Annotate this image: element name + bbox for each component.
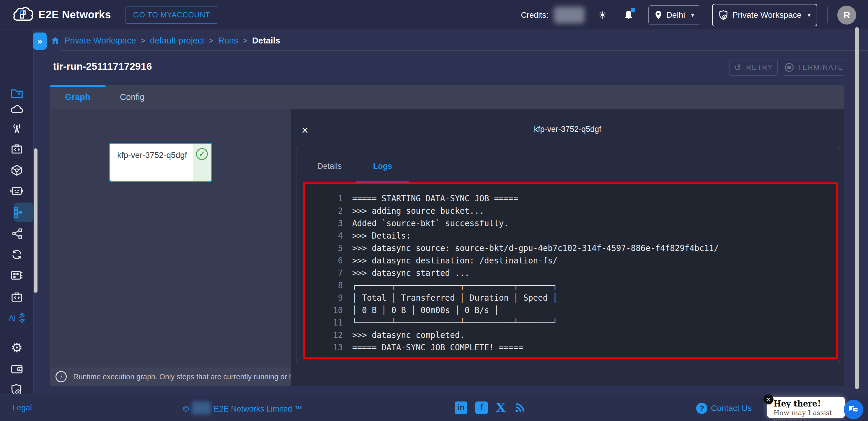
footer: Legal © E2E Networks Limited ™ in f X ? … <box>0 394 868 421</box>
stop-icon <box>785 63 794 72</box>
breadcrumb-underline <box>61 50 868 51</box>
credits-label: Credits: <box>521 11 549 20</box>
sidebar-item-sync[interactable] <box>0 246 34 263</box>
terminate-button[interactable]: TERMINATE <box>783 59 845 76</box>
sidebar-item-compute[interactable] <box>0 101 34 118</box>
avatar[interactable]: R <box>837 6 856 25</box>
x-icon[interactable]: X <box>496 400 506 415</box>
wallet-icon <box>10 363 23 374</box>
sidebar-item-genai[interactable]: AI <box>0 310 34 326</box>
pipeline-icon <box>11 206 23 219</box>
tab-details[interactable]: Details <box>303 158 356 174</box>
log-line: 11 └───────┴─────────────┴──────────┴───… <box>305 316 836 329</box>
log-line: 8 ┌───────┬─────────────┬──────────┬────… <box>305 279 836 291</box>
log-line-number: 6 <box>305 254 343 267</box>
theme-toggle-button[interactable]: ☀ <box>595 7 611 23</box>
sidebar-expand-button[interactable]: » <box>33 32 46 50</box>
log-line: 4 >>> Details: <box>305 229 836 242</box>
workspace-value: Private Workspace <box>732 10 801 20</box>
log-line-text: │ Total │ Transferred │ Duration │ Speed… <box>352 291 557 304</box>
log-line: 3 Added `source-bkt` successfully. <box>305 217 836 229</box>
chat-launcher-button[interactable] <box>844 400 863 419</box>
brand[interactable]: E2E Networks <box>12 6 111 24</box>
copyright: © E2E Networks Limited ™ <box>183 403 302 415</box>
tab-graph[interactable]: Graph <box>50 85 106 109</box>
cloud-icon <box>10 105 24 114</box>
check-circle-icon: ✓ <box>196 148 208 160</box>
graph-node[interactable]: kfp-ver-3752-q5dgf ✓ <box>109 143 212 182</box>
region-value: Delhi <box>666 10 685 20</box>
sidebar-item-pipelines-active[interactable] <box>0 204 34 221</box>
copyright-year-redacted <box>192 401 211 415</box>
log-line-number: 10 <box>305 304 343 316</box>
log-line-text: └───────┴─────────────┴──────────┴──────… <box>352 316 557 329</box>
log-line: 2 >>> adding source bucket... <box>305 204 836 217</box>
share-icon <box>11 228 23 240</box>
graph-node-status: ✓ <box>193 144 211 180</box>
log-line-text: ┌───────┬─────────────┬──────────┬──────… <box>352 279 557 291</box>
sidebar-item-notebooks[interactable] <box>0 140 34 157</box>
log-line: 5 >>> datasync source: source-bkt/d-gpu-… <box>305 242 836 254</box>
sidebar-item-billing[interactable] <box>0 361 34 377</box>
package-icon <box>11 164 23 176</box>
rss-icon[interactable] <box>514 402 526 414</box>
notifications-button[interactable] <box>621 7 637 23</box>
breadcrumb-workspace[interactable]: Private Workspace <box>64 36 136 46</box>
sidebar-item-containers[interactable] <box>0 162 34 178</box>
breadcrumb-current: Details <box>252 36 280 46</box>
chat-title: Hey there! <box>774 399 845 408</box>
breadcrumb-separator: > <box>209 36 213 45</box>
log-line-text: Added `source-bkt` successfully. <box>352 217 509 229</box>
location-pin-icon <box>655 10 662 20</box>
header-right: Credits: ☀ <box>521 0 868 30</box>
breadcrumb-row: » Private Workspace > default-project > … <box>34 30 868 51</box>
facebook-icon[interactable]: f <box>475 401 488 414</box>
log-line-number: 5 <box>305 242 343 254</box>
sidebar-scrollbar[interactable] <box>34 148 37 293</box>
legal-link[interactable]: Legal <box>12 403 32 413</box>
workspace-selector[interactable]: Private Workspace ▾ <box>712 4 817 26</box>
page-scrollbar[interactable] <box>855 27 859 389</box>
left-sidebar: AI ⚙ <box>0 30 34 394</box>
home-icon[interactable] <box>51 36 60 45</box>
run-tabbar: Graph Config <box>50 85 844 109</box>
breadcrumb-project[interactable]: default-project <box>150 36 204 46</box>
sidebar-item-gpu[interactable] <box>0 267 34 283</box>
copyright-symbol: © <box>183 404 189 414</box>
memory-icon <box>10 269 23 281</box>
tab-logs[interactable]: Logs <box>356 158 409 174</box>
tab-config[interactable]: Config <box>106 85 159 109</box>
brand-name: E2E Networks <box>38 8 111 21</box>
breadcrumb-runs[interactable]: Runs <box>218 36 238 46</box>
linkedin-icon[interactable]: in <box>455 401 467 414</box>
sidebar-item-finetuning[interactable] <box>0 183 34 199</box>
log-line-number: 8 <box>305 279 343 291</box>
sidebar-item-code[interactable] <box>0 288 34 305</box>
sidebar-item-settings[interactable]: ⚙ <box>0 339 34 356</box>
retry-label: RETRY <box>746 63 773 72</box>
log-line-number: 3 <box>305 217 343 229</box>
chat-teaser-bubble[interactable]: Hey there! How may I assist you today? <box>767 397 845 418</box>
sidebar-item-projects[interactable] <box>0 85 34 102</box>
robot-icon <box>10 186 24 197</box>
code-clipboard-icon <box>11 143 23 154</box>
breadcrumb: Private Workspace > default-project > Ru… <box>51 30 280 51</box>
app-root: E2E Networks GO TO MYACCOUNT Credits: ☀ <box>0 0 868 421</box>
copyright-text: E2E Networks Limited ™ <box>214 404 302 414</box>
sidebar-item-inference[interactable] <box>0 120 34 137</box>
region-selector[interactable]: Delhi ▾ <box>648 5 701 25</box>
log-line-text: ===== DATA-SYNC JOB COMPLETE! ===== <box>352 341 523 354</box>
sidebar-item-integrations[interactable] <box>0 225 34 242</box>
chat-bubbles-icon <box>848 405 859 414</box>
log-viewer[interactable]: 1 ===== STARTING DATA-SYNC JOB ===== 2 >… <box>305 184 836 358</box>
go-to-myaccount-button[interactable]: GO TO MYACCOUNT <box>125 6 218 24</box>
credits-value-redacted <box>554 7 585 23</box>
graph-node-label: kfp-ver-3752-q5dgf <box>110 144 193 180</box>
sidebar-divider <box>5 326 28 327</box>
log-line-number: 7 <box>305 267 343 279</box>
retry-button[interactable]: ↺ RETRY <box>729 59 778 76</box>
contact-us[interactable]: ? Contact Us <box>696 403 752 414</box>
chat-subtitle: How may I assist you today? <box>774 409 845 421</box>
log-annotation-highlight: 1 ===== STARTING DATA-SYNC JOB ===== 2 >… <box>303 183 838 359</box>
chat-close-button[interactable]: ✕ <box>764 394 774 404</box>
